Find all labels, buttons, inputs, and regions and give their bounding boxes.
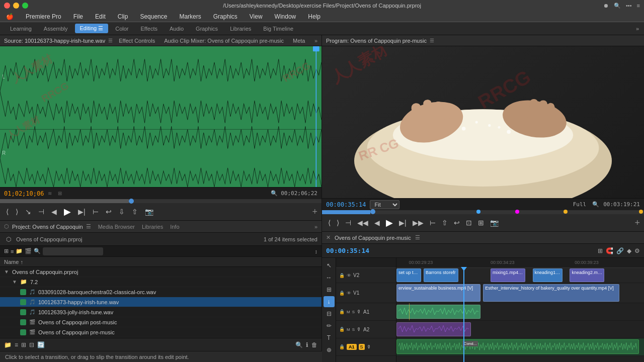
a2-lock[interactable]: 🔒 [339, 327, 345, 332]
type-tool[interactable]: T [324, 332, 335, 343]
step-fwd-button[interactable]: ▶| [76, 207, 88, 217]
list-item[interactable]: 🎵 033091028-baroquechestra02-classical-o… [0, 287, 321, 297]
tl-timeline-settings[interactable]: ⚙ [634, 247, 640, 254]
prog-mark-in[interactable]: ⟨ [326, 218, 333, 228]
prog-step-back2[interactable]: ◀ [372, 218, 382, 228]
maximize-button[interactable] [22, 3, 28, 9]
insert-button[interactable]: ↘ [23, 207, 33, 217]
a2-m[interactable]: M [347, 327, 350, 332]
timeline-timecode[interactable]: 00:00:35:14 [326, 247, 369, 254]
edit-tool[interactable]: ↔ [324, 272, 335, 283]
prog-add-button[interactable]: + [634, 218, 640, 228]
minimize-button[interactable] [13, 3, 19, 9]
proj-search-icon[interactable]: 🔍 [34, 248, 41, 254]
tl-snap-btn[interactable]: 🧲 [606, 247, 613, 254]
clip-kneading2[interactable]: kneading2.mp4 [V] [570, 268, 604, 282]
v2-eye[interactable]: 👁 [347, 273, 351, 278]
prog-go-in[interactable]: ⊣ [343, 218, 353, 228]
mark-in-button[interactable]: ⟨ [4, 207, 11, 217]
clip-barrons[interactable]: Barrons storefr [424, 268, 458, 282]
prog-snapshot[interactable]: 📷 [488, 218, 501, 228]
sequence-menu[interactable]: Sequence [138, 12, 169, 21]
zoom-tool[interactable]: ⊕ [324, 344, 335, 355]
proj-sort-icon[interactable]: ↕ [315, 248, 318, 254]
proj-info-button[interactable]: ℹ [306, 341, 308, 348]
a2-mic[interactable]: 🎙 [357, 327, 361, 332]
a1-lock[interactable]: 🔒 [339, 309, 345, 314]
track-area[interactable]: 00:00:29:23 00:00:34:23 00:00:39:23 set … [396, 258, 644, 362]
apple-menu[interactable]: 🍎 [4, 12, 16, 21]
go-to-out-button[interactable]: ⊢ [91, 207, 101, 217]
prog-mark-out[interactable]: ⟩ [335, 218, 341, 228]
clip-audio-a2[interactable] [396, 322, 471, 336]
source-timecode-in[interactable]: 01;02;10;06 [4, 190, 44, 197]
program-timecode[interactable]: 00:00:35:14 [326, 201, 366, 208]
loop-button[interactable]: ↩ [104, 207, 114, 217]
prog-step-fwd[interactable]: ▶| [397, 218, 409, 228]
menu-icon[interactable]: ≡ [637, 3, 640, 9]
prog-step-fwd2[interactable]: ▶▶ [411, 218, 426, 228]
program-menu-icon[interactable]: ☰ [430, 38, 434, 43]
selection-tool[interactable]: ↖ [324, 260, 335, 271]
program-quality[interactable]: Full [573, 201, 587, 208]
prog-zoom-icon[interactable]: 🔍 [592, 201, 599, 208]
source-tab-meta[interactable]: Meta [290, 37, 308, 45]
v1-lock[interactable]: 🔒 [339, 291, 345, 296]
fit-select[interactable]: Fit 25% 50% 75% 100% [370, 200, 399, 209]
lift-button[interactable]: ⇧ [130, 207, 140, 217]
view-menu[interactable]: View [248, 12, 265, 21]
v2-lock[interactable]: 🔒 [339, 273, 345, 278]
info-tab[interactable]: Info [170, 224, 179, 230]
tl-add-marker-btn[interactable]: ◆ [627, 247, 631, 254]
a1-mic[interactable]: 🎙 [357, 309, 361, 314]
tab-libraries[interactable]: Libraries [225, 24, 256, 33]
clip-menu[interactable]: Clip [116, 12, 130, 21]
app-menu[interactable]: Premiere Pro [24, 12, 63, 21]
tab-graphics[interactable]: Graphics [191, 24, 223, 33]
a2-s[interactable]: S [352, 327, 355, 332]
graphics-menu[interactable]: Graphics [211, 12, 239, 21]
prog-play-button[interactable]: ▶ [384, 216, 395, 229]
list-item[interactable]: 🎵 100126373-happy-irish-tune.wav [0, 297, 321, 307]
window-menu[interactable]: Window [273, 12, 298, 21]
proj-new-bin-button[interactable]: 📁 [4, 341, 12, 348]
source-scrub-handle[interactable] [129, 199, 134, 204]
program-scrub-bar[interactable] [322, 210, 644, 214]
tab-editing[interactable]: Editing ☰ [75, 24, 109, 33]
a1-m[interactable]: M [347, 310, 350, 314]
tab-color[interactable]: Color [110, 24, 133, 33]
program-scrub-handle[interactable] [370, 209, 375, 214]
source-menu-icon[interactable]: ☰ [108, 38, 113, 43]
edit-menu[interactable]: Edit [93, 12, 108, 21]
slip-tool[interactable]: ⊟ [324, 308, 335, 319]
markers-menu[interactable]: Markers [177, 12, 203, 21]
clip-esther-interview[interactable]: Esther_interview_history of bakery_quali… [483, 284, 619, 302]
a1b-mute[interactable]: S [359, 344, 365, 350]
a1b-btn[interactable]: A1 [347, 344, 357, 350]
list-item[interactable]: 🎬 Ovens of Cappoquin pre-music [0, 327, 321, 337]
clip-music-track[interactable]: Cond... [396, 339, 639, 354]
source-tab-audio-mixer[interactable]: Audio Clip Mixer: Ovens of Cappoquin pre… [161, 37, 287, 45]
razor-tool[interactable]: ↓ [324, 296, 335, 307]
file-menu[interactable]: File [71, 12, 85, 21]
close-button[interactable] [4, 3, 10, 9]
a1b-mic[interactable]: 🎙 [367, 344, 371, 349]
tab-assembly[interactable]: Assembly [39, 24, 73, 33]
project-panel-expand[interactable]: » [314, 224, 317, 230]
clip-set-up-tent[interactable]: set up tent [396, 268, 421, 282]
go-to-in-button[interactable]: ⊣ [36, 207, 46, 217]
panel-expand-icon[interactable]: » [314, 38, 317, 44]
proj-list-icon[interactable]: ≡ [11, 248, 14, 254]
prog-insert[interactable]: ⊞ [476, 218, 486, 228]
proj-list-view-button[interactable]: ≡ [15, 341, 18, 348]
help-menu[interactable]: Help [306, 12, 323, 21]
prog-lift[interactable]: ⇧ [440, 218, 450, 228]
snapshot-button[interactable]: 📷 [143, 207, 155, 217]
name-column-header[interactable]: Name ↑ [4, 259, 192, 265]
proj-automate-button[interactable]: 🔄 [37, 341, 45, 348]
prog-go-out[interactable]: ⊢ [428, 218, 438, 228]
source-scrub-bar[interactable] [0, 199, 321, 203]
tab-effects[interactable]: Effects [136, 24, 163, 33]
clip-kneading1[interactable]: kneading1 CU fac [533, 268, 562, 282]
list-item[interactable]: 🎬 Ovens of Cappoquin post-music [0, 317, 321, 327]
